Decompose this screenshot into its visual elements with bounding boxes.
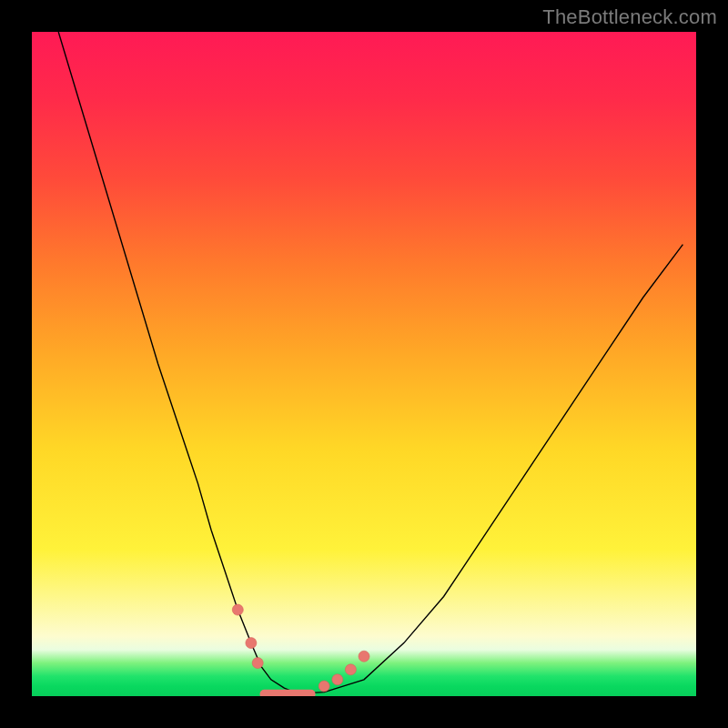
marker-dot xyxy=(332,674,343,685)
marker-dot xyxy=(359,651,369,662)
chart-frame: TheBottleneck.com xyxy=(0,0,728,728)
marker-dot xyxy=(246,638,257,649)
curve-svg xyxy=(32,32,696,696)
markers-group xyxy=(232,604,369,694)
marker-dot xyxy=(318,681,329,692)
marker-dot xyxy=(232,604,243,615)
marker-dot xyxy=(345,664,356,675)
bottleneck-curve xyxy=(58,32,682,693)
marker-dot xyxy=(252,658,263,669)
plot-area xyxy=(32,32,696,696)
watermark-text: TheBottleneck.com xyxy=(542,5,717,29)
